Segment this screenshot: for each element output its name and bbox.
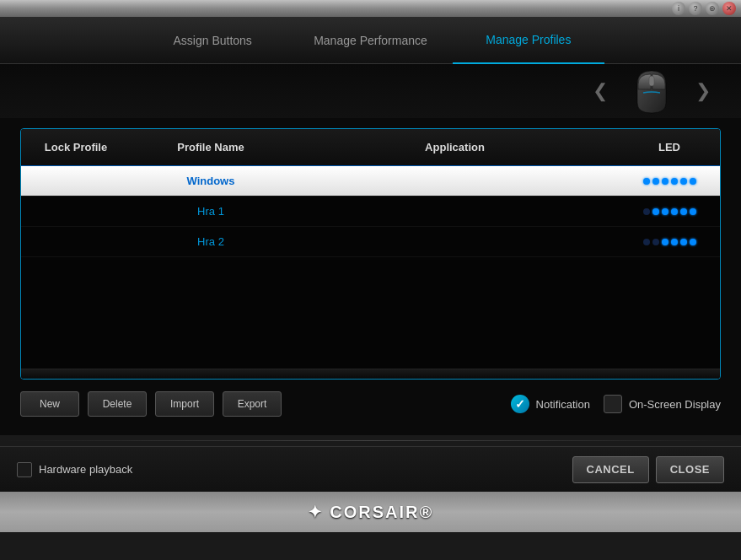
tab-assign-buttons[interactable]: Assign Buttons: [137, 17, 288, 64]
row-led-hra1: [619, 208, 720, 215]
col-header-application: Application: [291, 141, 619, 153]
led-dot: [671, 178, 678, 185]
window-close-icon[interactable]: ✕: [722, 2, 736, 15]
cancel-button[interactable]: CANCEL: [572, 456, 649, 483]
hardware-playback-label: Hardware playback: [39, 463, 132, 476]
bottom-bar: Hardware playback CANCEL CLOSE: [0, 446, 741, 492]
osd-label: On-Screen Display: [629, 398, 721, 411]
corsair-logo: ✦ CORSAIR®: [308, 502, 434, 522]
notification-toggle[interactable]: ✓: [511, 395, 529, 413]
led-dot: [680, 208, 687, 215]
next-device-arrow[interactable]: ❯: [682, 80, 724, 102]
divider: [0, 440, 741, 441]
delete-button[interactable]: Delete: [88, 391, 147, 417]
globe-icon[interactable]: ⊕: [706, 2, 719, 15]
tab-bar: Assign Buttons Manage Performance Manage…: [0, 17, 741, 64]
led-dot: [652, 208, 659, 215]
row-name-hra2: Hra 2: [131, 235, 291, 248]
device-nav-section: ❮ ❯: [0, 64, 741, 118]
col-header-profile-name: Profile Name: [131, 141, 291, 153]
led-dot: [643, 239, 650, 245]
new-button[interactable]: New: [20, 391, 79, 417]
svg-rect-0: [649, 76, 654, 86]
led-dot: [680, 239, 687, 245]
led-dot: [662, 178, 669, 185]
tab-manage-profiles[interactable]: Manage Profiles: [453, 17, 604, 64]
help-icon[interactable]: ?: [689, 2, 702, 15]
action-buttons-row: New Delete Import Export ✓ Notification …: [20, 391, 721, 425]
led-dot: [643, 178, 650, 185]
profile-table-body: Windows Hra 1: [21, 166, 720, 369]
mouse-device-icon: [628, 67, 675, 115]
table-row[interactable]: Hra 2: [21, 227, 720, 257]
hardware-playback-group: Hardware playback: [17, 462, 132, 477]
checkmark-icon: ✓: [515, 397, 525, 411]
led-dot: [671, 208, 678, 215]
led-dot: [652, 239, 659, 245]
hardware-playback-checkbox[interactable]: [17, 462, 32, 477]
osd-toggle-group: On-Screen Display: [604, 395, 721, 413]
export-button[interactable]: Export: [223, 391, 282, 417]
led-dot: [662, 208, 669, 215]
row-led-windows: [619, 178, 720, 185]
led-dot: [690, 239, 696, 245]
close-button[interactable]: CLOSE: [656, 456, 724, 483]
import-button[interactable]: Import: [155, 391, 214, 417]
osd-toggle[interactable]: [604, 395, 622, 413]
table-header: Lock Profile Profile Name Application LE…: [21, 129, 720, 166]
notification-toggle-group: ✓ Notification: [511, 395, 590, 413]
row-led-hra2: [619, 239, 720, 245]
scrollbar-area[interactable]: [21, 369, 720, 379]
row-name-windows: Windows: [131, 175, 291, 187]
main-content-area: Lock Profile Profile Name Application LE…: [0, 118, 741, 435]
table-row[interactable]: Windows: [21, 166, 720, 197]
row-name-hra1: Hra 1: [131, 205, 291, 218]
prev-device-arrow[interactable]: ❮: [579, 80, 621, 102]
led-dot: [652, 178, 659, 185]
led-dot: [680, 178, 687, 185]
led-dot: [671, 239, 678, 245]
notification-label: Notification: [536, 398, 590, 411]
info-icon[interactable]: i: [672, 2, 685, 15]
led-dot: [643, 208, 650, 215]
led-dot: [690, 208, 696, 215]
bottom-buttons-group: CANCEL CLOSE: [572, 456, 724, 483]
footer: ✦ CORSAIR®: [0, 492, 741, 532]
col-header-lock-profile: Lock Profile: [21, 141, 131, 153]
led-dot: [690, 178, 696, 185]
tab-manage-performance[interactable]: Manage Performance: [288, 17, 453, 64]
led-dot: [662, 239, 669, 245]
right-controls: ✓ Notification On-Screen Display: [511, 395, 721, 413]
profile-table-container: Lock Profile Profile Name Application LE…: [20, 128, 721, 380]
table-row[interactable]: Hra 1: [21, 197, 720, 227]
title-bar: i ? ⊕ ✕: [0, 0, 741, 17]
window-controls: i ? ⊕ ✕: [672, 2, 736, 15]
col-header-led: LED: [619, 141, 720, 153]
